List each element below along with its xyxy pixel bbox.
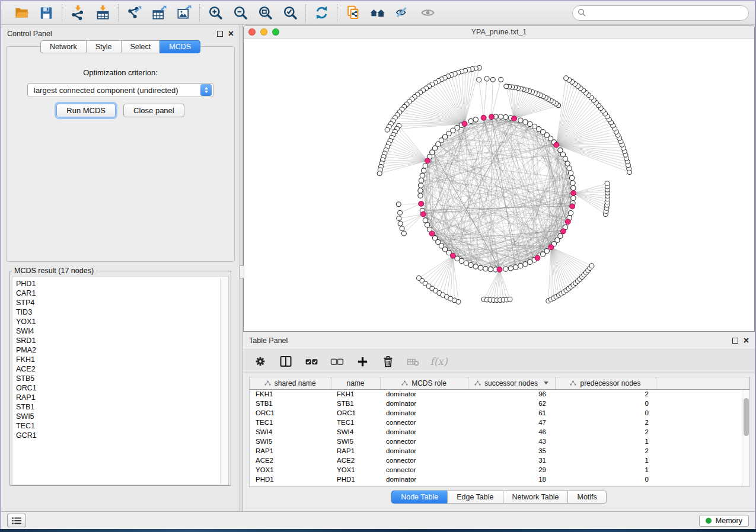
panel-splitter[interactable] <box>240 25 243 511</box>
network-window-titlebar[interactable]: YPA_prune.txt_1 <box>244 25 754 39</box>
duplicate-network-icon[interactable] <box>344 5 361 21</box>
task-history-button[interactable] <box>7 514 26 527</box>
mcds-result-item[interactable]: STP4 <box>16 298 228 307</box>
table-cell[interactable]: 1 <box>555 465 656 475</box>
mcds-result-item[interactable]: YOX1 <box>16 317 228 326</box>
table-cell[interactable]: 47 <box>468 418 555 427</box>
open-file-icon[interactable] <box>13 5 30 21</box>
close-panel-icon[interactable]: × <box>744 338 749 344</box>
table-cell[interactable]: dominator <box>380 408 468 418</box>
mcds-result-item[interactable]: CAR1 <box>16 289 228 298</box>
table-cell[interactable]: dominator <box>380 389 468 399</box>
export-network-icon[interactable] <box>126 5 142 21</box>
table-cell[interactable]: 61 <box>468 408 555 418</box>
first-neighbors-icon[interactable] <box>369 5 386 21</box>
table-cell[interactable]: 2 <box>555 389 656 399</box>
refresh-icon[interactable] <box>313 5 330 21</box>
mcds-result-item[interactable]: TID3 <box>16 307 228 317</box>
table-cell[interactable]: 0 <box>555 475 656 484</box>
table-cell[interactable]: SWI4 <box>331 427 380 437</box>
table-cell[interactable]: ACE2 <box>250 456 331 465</box>
tab-edge-table[interactable]: Edge Table <box>447 491 503 504</box>
table-cell[interactable]: connector <box>380 456 468 465</box>
table-cell[interactable]: PHD1 <box>250 475 331 484</box>
hide-selected-icon[interactable] <box>394 5 411 21</box>
network-canvas[interactable] <box>244 39 754 331</box>
mcds-result-item[interactable]: PHD1 <box>16 279 228 289</box>
mcds-result-item[interactable]: SWI4 <box>16 326 228 336</box>
table-cell[interactable]: STB1 <box>250 399 331 408</box>
table-cell[interactable]: RAP1 <box>250 446 331 456</box>
column-header-successor-nodes[interactable]: successor nodes <box>468 377 555 389</box>
search-input[interactable] <box>589 7 744 19</box>
table-scrollbar-thumb[interactable] <box>744 398 749 436</box>
tab-node-table[interactable]: Node Table <box>391 491 448 504</box>
list-scrollbar[interactable] <box>220 278 228 484</box>
table-cell[interactable]: dominator <box>380 399 468 408</box>
mcds-result-item[interactable]: SRD1 <box>16 336 228 345</box>
mcds-result-item[interactable]: SWI5 <box>16 412 228 421</box>
import-table-icon[interactable] <box>94 5 111 21</box>
table-cell[interactable]: 2 <box>555 446 656 456</box>
table-cell[interactable]: dominator <box>380 475 468 484</box>
table-row[interactable]: ORC1ORC1dominator610 <box>250 408 749 418</box>
zoom-fit-icon[interactable] <box>257 5 273 21</box>
splitter-handle-icon[interactable] <box>239 265 244 278</box>
zoom-selected-icon[interactable] <box>282 5 298 21</box>
table-cell[interactable]: 29 <box>468 465 555 475</box>
table-cell[interactable]: 0 <box>555 399 656 408</box>
mcds-result-item[interactable]: RAP1 <box>16 393 228 402</box>
add-column-icon[interactable] <box>355 354 370 369</box>
delete-column-icon[interactable] <box>380 354 395 369</box>
table-cell[interactable]: STB1 <box>331 399 380 408</box>
table-row[interactable]: RAP1RAP1dominator352 <box>250 446 749 456</box>
table-cell[interactable]: dominator <box>380 446 468 456</box>
table-row[interactable]: SWI4SWI4dominator462 <box>250 427 749 437</box>
mcds-result-item[interactable]: GCR1 <box>16 431 228 440</box>
mcds-result-item[interactable]: ORC1 <box>16 383 228 393</box>
table-row[interactable]: FKH1FKH1dominator962 <box>250 389 749 399</box>
table-row[interactable]: TEC1TEC1connector472 <box>250 418 749 427</box>
table-cell[interactable]: connector <box>380 465 468 475</box>
tab-mcds[interactable]: MCDS <box>160 40 200 53</box>
table-cell[interactable]: RAP1 <box>331 446 380 456</box>
table-cell[interactable]: SWI5 <box>250 437 331 446</box>
zoom-in-icon[interactable] <box>207 5 224 21</box>
mcds-result-item[interactable]: STB5 <box>16 374 228 383</box>
close-panel-button[interactable]: Close panel <box>123 104 184 117</box>
table-options-gear-icon[interactable] <box>253 354 268 369</box>
table-cell[interactable]: ORC1 <box>331 408 380 418</box>
table-cell[interactable]: 2 <box>555 418 656 427</box>
table-row[interactable]: ACE2ACE2connector311 <box>250 456 749 465</box>
table-cell[interactable]: connector <box>380 437 468 446</box>
column-header-name[interactable]: name <box>331 377 380 389</box>
deselect-all-icon[interactable] <box>329 354 344 369</box>
table-row[interactable]: STB1STB1dominator620 <box>250 399 749 408</box>
tab-motifs[interactable]: Motifs <box>567 491 606 504</box>
run-mcds-button[interactable]: Run MCDS <box>56 104 116 117</box>
table-cell[interactable]: 1 <box>555 437 656 446</box>
memory-button[interactable]: Memory <box>699 515 749 527</box>
table-cell[interactable]: 1 <box>555 456 656 465</box>
table-scrollbar[interactable] <box>742 390 749 486</box>
table-row[interactable]: PHD1PHD1dominator180 <box>250 475 749 484</box>
table-cell[interactable]: dominator <box>380 427 468 437</box>
table-cell[interactable]: TEC1 <box>331 418 380 427</box>
column-header-shared-name[interactable]: shared name <box>250 377 331 389</box>
mcds-result-item[interactable]: TEC1 <box>16 421 228 431</box>
split-view-icon[interactable] <box>278 354 294 369</box>
table-cell[interactable]: FKH1 <box>250 389 331 399</box>
tab-network-table[interactable]: Network Table <box>503 491 569 504</box>
table-cell[interactable]: 31 <box>468 456 555 465</box>
show-all-icon[interactable] <box>419 5 436 21</box>
table-cell[interactable]: 18 <box>468 475 555 484</box>
table-cell[interactable]: connector <box>380 418 468 427</box>
column-header-predecessor-nodes[interactable]: predecessor nodes <box>555 377 656 389</box>
table-cell[interactable]: ORC1 <box>250 408 331 418</box>
close-panel-icon[interactable]: × <box>228 31 234 37</box>
tab-select[interactable]: Select <box>121 40 161 53</box>
column-header-MCDS-role[interactable]: MCDS role <box>380 377 468 389</box>
tab-style[interactable]: Style <box>86 40 122 53</box>
export-image-icon[interactable] <box>176 5 192 21</box>
zoom-out-icon[interactable] <box>232 5 248 21</box>
